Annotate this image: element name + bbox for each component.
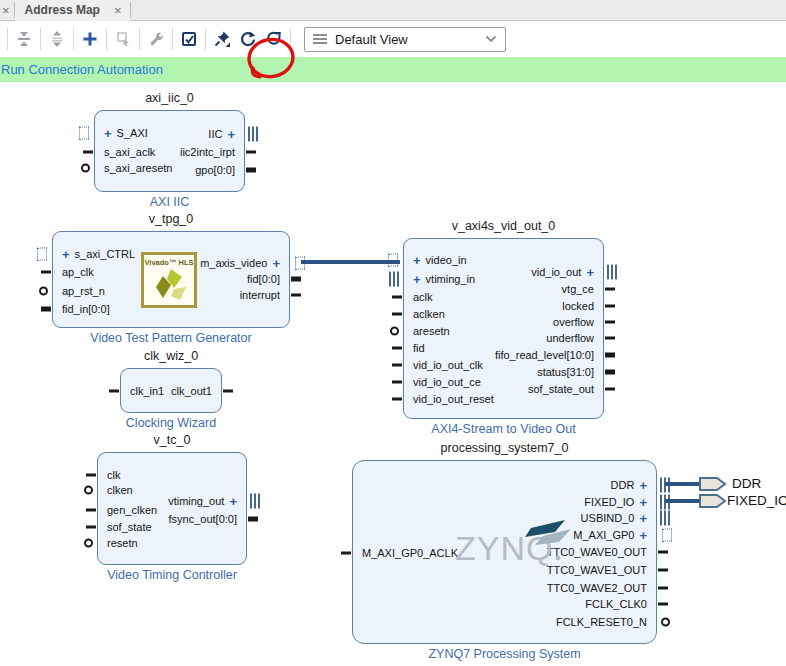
port-sof-state[interactable]: sof_state [98,519,152,535]
port-clk-out1[interactable]: clk_out1 [171,383,221,399]
port-fid-in[interactable]: fid_in[0:0] [53,301,110,317]
port-clken[interactable]: clken [98,482,133,498]
port-overflow[interactable]: overflow [553,314,603,330]
port-aresetn[interactable]: aresetn [404,323,450,339]
port-iic2intc-irpt[interactable]: iic2intc_irpt [180,144,244,160]
block-v-tpg[interactable]: + s_axi_CTRL ap_clk ap_rst_n fid_in[0:0]… [52,231,290,328]
expand-plus-icon[interactable]: + [413,273,421,286]
bus-pin-icon [248,517,258,522]
port-video-in[interactable]: + video_in [404,252,467,268]
expand-plus-icon[interactable]: + [639,479,647,492]
block-title-ps7: processing_system7_0 [352,441,657,455]
close-icon[interactable]: × [0,3,14,18]
port-s-axi[interactable]: + S_AXI [95,125,148,141]
view-selector-dropdown[interactable]: Default View [304,27,506,52]
expand-plus-icon[interactable]: + [227,128,235,141]
design-canvas[interactable]: axi_iic_0 + S_AXI s_axi_aclk s_axi_arese… [0,82,786,666]
port-status[interactable]: status[31:0] [537,364,603,380]
expand-plus-icon[interactable]: + [104,127,112,140]
expand-plus-icon[interactable]: + [586,266,594,279]
validate-icon[interactable] [176,26,202,52]
expand-plus-icon[interactable]: + [639,512,647,525]
port-clk-in1[interactable]: clk_in1 [121,383,164,399]
block-v-axi4s-vid-out[interactable]: + video_in + vtiming_in aclk aclken ares… [403,238,604,419]
port-s-axi-aclk[interactable]: s_axi_aclk [95,144,155,160]
pin-icon [223,390,233,393]
port-fclk-clk0[interactable]: FCLK_CLK0 [585,596,656,612]
port-s-axi-aresetn[interactable]: s_axi_aresetn [95,160,173,176]
port-ddr[interactable]: DDR + [611,477,656,493]
toolbar-separator [40,28,41,50]
port-vid-io-out-reset[interactable]: vid_io_out_reset [404,391,494,407]
port-label: vid_io_out_ce [413,376,481,388]
port-vtiming-out[interactable]: vtiming_out + [168,493,246,509]
port-fifo-read-level[interactable]: fifo_read_level[10:0] [495,347,603,363]
port-aclken[interactable]: aclken [404,306,445,322]
expand-plus-icon[interactable]: + [229,495,237,508]
port-fid[interactable]: fid [404,340,425,356]
pin-icon [392,381,402,384]
block-ps7[interactable]: M_AXI_GP0_ACLK DDR + FIXED_IO + USBIND_0… [352,460,657,644]
pin-icon[interactable] [209,26,235,52]
block-clk-wiz[interactable]: clk_in1 clk_out1 [120,368,222,413]
port-label: resetn [107,537,138,549]
port-usbind-0[interactable]: USBIND_0 + [581,510,656,526]
block-v-tc[interactable]: clk clken gen_clken sof_state resetn vti… [97,452,247,565]
expand-plus-icon[interactable]: + [639,496,647,509]
interface-pin-icon [662,529,672,542]
port-vtiming-in[interactable]: + vtiming_in [404,271,475,287]
port-vid-io-out-clk[interactable]: vid_io_out_clk [404,357,483,373]
port-resetn[interactable]: resetn [98,535,138,551]
wrench-icon[interactable] [143,26,169,52]
port-vtg-ce[interactable]: vtg_ce [562,281,603,297]
wire-m-axis-video-to-video-in[interactable] [301,260,400,264]
port-sof-state-out[interactable]: sof_state_out [528,381,603,397]
refresh-icon[interactable] [235,26,261,52]
port-m-axi-gp0-aclk[interactable]: M_AXI_GP0_ACLK [353,545,458,561]
port-m-axi-gp0[interactable]: M_AXI_GP0 + [573,527,656,543]
close-icon[interactable]: × [114,3,122,18]
port-gpo[interactable]: gpo[0:0] [195,162,244,178]
port-label: fsync_out[0:0] [169,513,238,525]
port-gen-clken[interactable]: gen_clken [98,502,157,518]
port-vid-io-out-ce[interactable]: vid_io_out_ce [404,374,481,390]
port-locked[interactable]: locked [562,298,603,314]
port-m-axis-video[interactable]: m_axis_video + [200,255,289,271]
port-interrupt[interactable]: interrupt [240,287,289,303]
vivado-hls-logo: Vivado™ HLS [141,252,197,308]
expand-plus-icon[interactable]: + [272,257,280,270]
port-s-axi-ctrl[interactable]: + s_axi_CTRL [53,246,135,262]
expand-plus-icon[interactable]: + [639,529,647,542]
tab-address-map[interactable]: Address Map × [15,0,130,21]
port-ap-rst-n[interactable]: ap_rst_n [53,283,105,299]
port-vid-io-out[interactable]: vid_io_out + [531,264,603,280]
port-clk[interactable]: clk [98,467,120,483]
external-port-ddr[interactable] [699,475,727,493]
copy-icon [110,26,136,52]
run-connection-automation-link[interactable]: Run Connection Automation [1,62,163,77]
port-iic[interactable]: IIC + [208,126,244,142]
collapse-icon[interactable] [11,26,37,52]
toolbar-separator [290,28,291,50]
port-aclk[interactable]: aclk [404,289,433,305]
pin-icon [658,551,668,554]
port-fsync-out[interactable]: fsync_out[0:0] [169,511,247,527]
expand-plus-icon[interactable]: + [413,254,421,267]
regenerate-layout-icon[interactable] [261,26,287,52]
expand-icon[interactable] [44,26,70,52]
port-ttc0-wave2-out[interactable]: TTC0_WAVE2_OUT [547,580,656,596]
connection-automation-banner: Run Connection Automation [0,57,786,82]
block-axi-iic[interactable]: + S_AXI s_axi_aclk s_axi_aresetn IIC + i… [94,110,245,192]
port-ap-clk[interactable]: ap_clk [53,264,94,280]
port-underflow[interactable]: underflow [546,330,603,346]
pin-icon [392,364,402,367]
external-port-fixed-io[interactable] [699,492,727,510]
add-icon[interactable] [77,26,103,52]
wire-fixed-io[interactable] [665,499,701,503]
external-port-fixed-io-label: FIXED_IO [727,493,786,508]
expand-plus-icon[interactable]: + [62,248,70,261]
port-fclk-reset0-n[interactable]: FCLK_RESET0_N [556,614,656,630]
port-fixed-io[interactable]: FIXED_IO + [584,494,656,510]
wire-ddr[interactable] [665,482,701,486]
port-fid[interactable]: fid[0:0] [247,271,289,287]
